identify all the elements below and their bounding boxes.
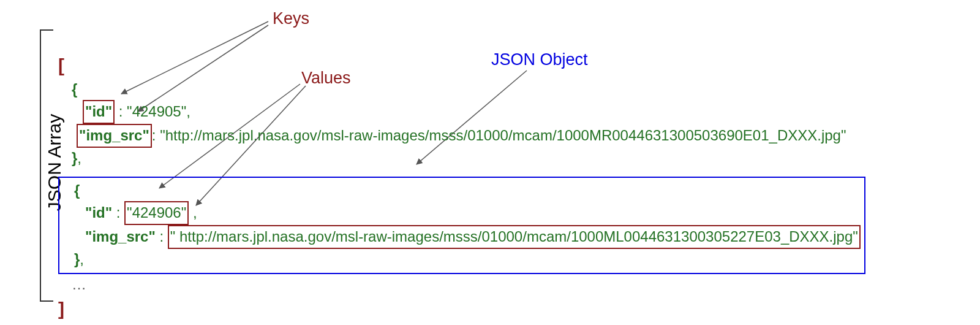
obj2-val-imgsrc: " http://mars.jpl.nasa.gov/msl-raw-image… [170, 228, 858, 245]
ellipsis: … [72, 276, 86, 292]
obj1-val-id: "424905" [127, 103, 186, 120]
obj1-key-imgsrc: "img_src" [79, 127, 149, 143]
obj2-val-id: "424906" [127, 204, 186, 221]
obj1-key-id: "id" [85, 103, 112, 120]
obj2-brace-open: { [74, 182, 80, 199]
obj2-val-id-box: "424906" [124, 201, 189, 225]
obj1-brace-close: } [72, 150, 77, 166]
array-bracket-icon [40, 29, 53, 302]
obj1-val-imgsrc: "http://mars.jpl.nasa.gov/msl-raw-images… [160, 127, 846, 143]
array-open: [ [58, 55, 64, 75]
code-block: [ { "id" : "424905", "img_src": "http://… [58, 52, 865, 322]
obj1-key-id-box: "id" [83, 100, 115, 124]
annotation-keys: Keys [273, 9, 309, 28]
obj2-brace-close: } [74, 251, 80, 267]
obj2-key-id: "id" [85, 204, 112, 221]
obj1-key-imgsrc-box: "img_src" [77, 124, 152, 148]
obj2-key-imgsrc: "img_src" [85, 228, 156, 245]
obj2-box: { "id" : "424906" , "img_src" : " http:/… [58, 177, 865, 274]
array-close: ] [58, 299, 64, 319]
obj2-val-imgsrc-box: " http://mars.jpl.nasa.gov/msl-raw-image… [168, 225, 861, 249]
obj1-brace-open: { [72, 81, 77, 98]
